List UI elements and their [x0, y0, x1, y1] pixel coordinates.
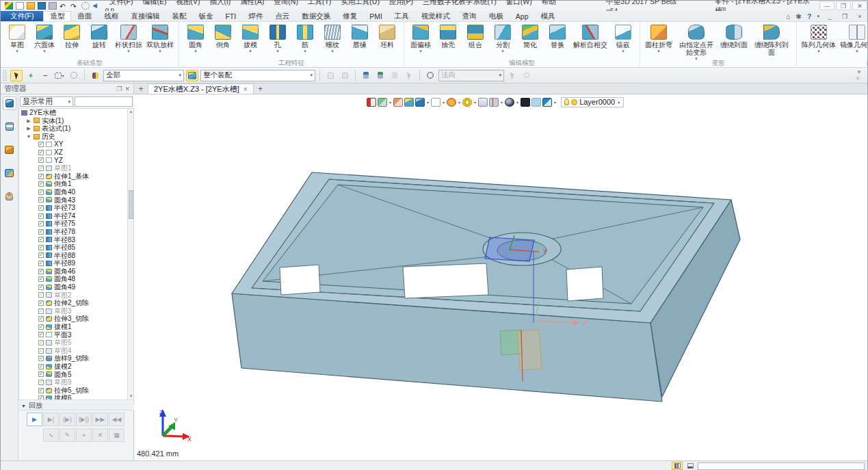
panel-float-icon[interactable]: ❐	[116, 86, 122, 92]
viewport[interactable]: ▾▾▾▾▾▾▾▾Layer0000▾	[134, 95, 867, 460]
tree-item-平面3[interactable]: ✓平面3	[19, 331, 133, 339]
ribbon-tab-数据交换[interactable]: 数据交换	[295, 11, 337, 21]
ribbon-tab-模具[interactable]: 模具	[535, 11, 562, 21]
replay-header[interactable]: ▼回放	[18, 402, 134, 410]
tree-item-半径88[interactable]: ✓半径88	[19, 252, 133, 260]
ribbon-tab-App[interactable]: App	[510, 11, 535, 21]
menu-item-9[interactable]: 三维数字化教学系统(T)	[418, 0, 501, 5]
tree-item-拉伸1_基体[interactable]: ✓拉伸1_基体	[19, 172, 133, 181]
tree-item-草图3[interactable]: ✓草图3	[19, 307, 133, 315]
replay-snapshot-button[interactable]: ▦	[109, 428, 124, 442]
ribbon-button-由指定点开始变形[interactable]: 由指定点开始变形▾	[674, 23, 718, 62]
filter-select[interactable]: 全部▾	[103, 70, 184, 81]
tree-item-半径85[interactable]: ✓半径85	[19, 244, 133, 252]
tree-item-半径75[interactable]: ✓半径75	[19, 220, 133, 228]
tree-item-拔模1[interactable]: ✓拔模1	[19, 323, 133, 331]
pointer-small-icon[interactable]	[403, 70, 415, 81]
ribbon-button-圆柱折弯[interactable]: 圆柱折弯▾	[643, 23, 674, 55]
ribbon-button-坯料[interactable]: 坯料	[373, 23, 401, 55]
chevron-down-icon[interactable]: ▼	[26, 133, 31, 141]
replay-play-button[interactable]: ▶	[27, 413, 42, 426]
tree-item-半径74[interactable]: ✓半径74	[19, 212, 133, 220]
scope-cube-button[interactable]	[186, 70, 198, 81]
checkbox-icon[interactable]: ✓	[38, 252, 44, 258]
checkbox-icon[interactable]: ✓	[38, 229, 44, 235]
checkbox-icon[interactable]: ✓	[38, 309, 44, 314]
replay-fast-forward-button[interactable]: ▶▶	[92, 413, 108, 426]
chevron-right-icon[interactable]: ▶	[26, 125, 31, 133]
dropdown-caret-icon[interactable]: ▾	[127, 49, 130, 53]
tree-search-input[interactable]	[75, 96, 133, 107]
dropdown-caret-icon[interactable]: ▾	[817, 49, 820, 53]
tree-item-半径78[interactable]: ✓半径78	[19, 228, 133, 236]
visual-manager-icon[interactable]	[3, 143, 16, 157]
pick-point-icon[interactable]	[521, 70, 533, 81]
tree-item-圆角43[interactable]: ✓圆角43	[19, 196, 133, 205]
replay-play-to-end-button[interactable]: ▶|	[43, 413, 59, 426]
checkbox-icon[interactable]: ✓	[38, 316, 44, 322]
scope-select[interactable]: 整个装配▾	[200, 70, 315, 81]
ribbon-button-缠绕阵列到面[interactable]: 缠绕阵列到面	[750, 23, 793, 62]
tree-item-圆角5[interactable]: ✓圆角5	[19, 371, 133, 379]
replay-play-step-button[interactable]: (▶)	[60, 413, 75, 426]
remove-selection-button[interactable]: −	[39, 70, 51, 81]
ribbon-button-旋转[interactable]: 旋转	[86, 23, 113, 55]
ribbon-button-简化[interactable]: 简化	[516, 23, 544, 55]
user-icon[interactable]	[3, 190, 16, 203]
app-logo-icon[interactable]	[5, 2, 13, 10]
settings-gear-icon[interactable]: ✱	[795, 12, 802, 21]
tree-item-拉伸3_切除[interactable]: ✓拉伸3_切除	[19, 315, 133, 323]
ribbon-tab-焊件[interactable]: 焊件	[242, 11, 269, 21]
menu-item-1[interactable]: 编辑(E)	[137, 0, 171, 5]
checkbox-icon[interactable]: ✓	[38, 388, 44, 393]
tree-item-拉伸2_切除[interactable]: ✓拉伸2_切除	[19, 299, 133, 307]
ribbon-button-面偏移[interactable]: 面偏移▾	[407, 23, 434, 55]
dropdown-caret-icon[interactable]: ▾	[501, 49, 504, 53]
ribbon-button-抽壳[interactable]: 抽壳	[434, 23, 462, 55]
ribbon-button-孔[interactable]: 孔▾	[264, 23, 291, 55]
checkbox-icon[interactable]: ✓	[38, 197, 44, 203]
checkbox-icon[interactable]: ✓	[38, 285, 44, 290]
ribbon-tab-直接编辑[interactable]: 直接编辑	[124, 11, 166, 21]
checkbox-icon[interactable]: ✓	[38, 356, 44, 361]
menu-item-0[interactable]: 文件(F)	[105, 0, 137, 5]
ribbon-tab-查询[interactable]: 查询	[456, 11, 483, 21]
stack-blue-icon[interactable]	[360, 70, 372, 81]
ribbon-button-双轨放样[interactable]: 双轨放样▾	[144, 23, 176, 55]
assembly-manager-icon[interactable]	[3, 120, 16, 133]
model-3d-sink-tray[interactable]: Y X	[134, 95, 867, 460]
redo-icon[interactable]: ↷	[70, 2, 79, 10]
ribbon-tab-视觉样式[interactable]: 视觉样式	[415, 11, 456, 21]
ribbon-button-拉伸[interactable]: 拉伸	[58, 23, 86, 55]
status-input[interactable]	[698, 462, 865, 470]
tree-item-半径89[interactable]: ✓半径89	[19, 259, 133, 267]
ribbon-button-螺纹[interactable]: 螺纹▾	[319, 23, 346, 55]
checkbox-icon[interactable]: ✓	[38, 221, 44, 226]
ribbon-tab-PMI[interactable]: PMI	[363, 11, 389, 21]
ribbon-button-草图[interactable]: 草图▾	[3, 23, 31, 55]
dropdown-caret-icon[interactable]: ▾	[419, 49, 422, 53]
save-icon[interactable]	[38, 2, 46, 10]
copy-list-icon[interactable]	[324, 70, 337, 81]
ribbon-button-筋[interactable]: 筋▾	[291, 23, 319, 55]
checkbox-icon[interactable]: ✓	[38, 261, 44, 266]
dropdown-caret-icon[interactable]: ▾	[276, 49, 279, 53]
stack-green-icon[interactable]	[374, 70, 386, 81]
paste-list-icon[interactable]	[339, 70, 351, 81]
checkbox-icon[interactable]: ✓	[38, 276, 44, 282]
ribbon-button-倒角[interactable]: 倒角	[209, 23, 237, 55]
tree-scrollbar[interactable]: ▲ ▼	[127, 109, 133, 400]
menu-item-7[interactable]: 实用工具(U)	[336, 0, 384, 5]
dropdown-caret-icon[interactable]: ▾	[159, 49, 161, 53]
add-selection-button[interactable]: +	[25, 70, 37, 81]
dropdown-caret-icon[interactable]: ▾	[331, 49, 334, 53]
checkbox-icon[interactable]: ✓	[38, 380, 44, 385]
menu-item-8[interactable]: 应用(P)	[384, 0, 418, 5]
scroll-up-icon[interactable]: ▲	[128, 109, 134, 115]
stack-gray-icon[interactable]	[389, 70, 401, 81]
dropdown-caret-icon[interactable]: ▾	[657, 49, 660, 53]
ribbon-button-镜像几何体[interactable]: 镜像几何体▾	[838, 23, 868, 55]
ribbon-button-解析自相交[interactable]: 解析自相交	[571, 23, 609, 55]
ribbon-tab-点云[interactable]: 点云	[269, 11, 295, 21]
checkbox-icon[interactable]: ✓	[38, 181, 44, 187]
